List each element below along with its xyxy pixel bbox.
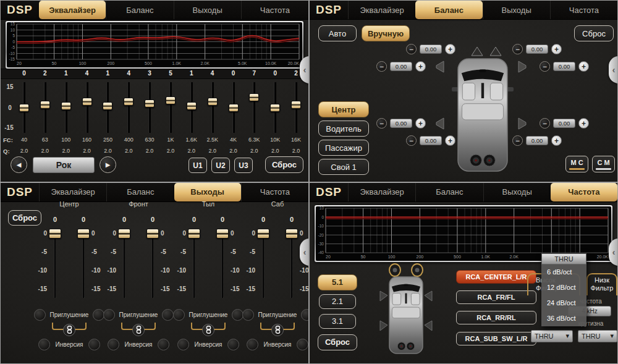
mode-5-1-button[interactable]: 5.1: [318, 274, 357, 290]
output-slider-thumb[interactable]: [77, 229, 90, 239]
prev-preset-button[interactable]: ◀: [11, 156, 27, 173]
output-slider-track[interactable]: [193, 232, 195, 298]
drawer-handle[interactable]: ‹: [300, 239, 309, 266]
band-slider-thumb[interactable]: [208, 98, 218, 106]
listening-pos-driver-button[interactable]: Водитель: [318, 121, 369, 137]
mode-3-1-button[interactable]: 3.1: [319, 314, 356, 329]
delay-value-field[interactable]: 0.00: [390, 119, 412, 128]
slope-option[interactable]: 12 dB/oct: [541, 280, 586, 295]
mute-toggle-left[interactable]: [173, 309, 185, 321]
slope-option[interactable]: 24 dB/oct: [541, 295, 586, 311]
delay-value-field[interactable]: 0.00: [420, 136, 442, 145]
preset-display[interactable]: Рок: [33, 157, 95, 173]
output-slider-track[interactable]: [262, 232, 265, 298]
output-slider-thumb[interactable]: [118, 229, 130, 239]
increase-button[interactable]: +: [551, 44, 562, 54]
user-preset-3-button[interactable]: U3: [234, 158, 253, 173]
tab-equalizer[interactable]: Эквалайзер: [39, 183, 106, 201]
manual-button[interactable]: Вручную: [362, 25, 410, 41]
decrease-button[interactable]: −: [406, 44, 417, 54]
drawer-handle[interactable]: ‹: [609, 239, 618, 266]
increase-button[interactable]: +: [445, 135, 455, 146]
band-slider-track[interactable]: [86, 82, 88, 133]
tab-balance[interactable]: Баланс: [106, 1, 173, 19]
decrease-button[interactable]: −: [406, 135, 417, 146]
slope-select-high[interactable]: THRU▾: [531, 330, 573, 342]
decrease-button[interactable]: −: [540, 61, 550, 72]
delay-value-field[interactable]: 0.00: [553, 119, 575, 128]
band-slider-thumb[interactable]: [61, 102, 71, 110]
decrease-button[interactable]: −: [376, 118, 387, 129]
band-slider-track[interactable]: [148, 82, 151, 133]
decrease-button[interactable]: −: [512, 44, 523, 54]
rca-front-button[interactable]: RCA_FR/FL: [456, 290, 536, 304]
user-preset-2-button[interactable]: U2: [211, 158, 230, 173]
low-pass-filter-tab[interactable]: НизкФильтр: [586, 273, 617, 295]
tab-outputs[interactable]: Выходы: [174, 1, 241, 19]
mute-toggle-left[interactable]: [103, 309, 115, 321]
band-slider-thumb[interactable]: [229, 104, 239, 112]
band-slider-track[interactable]: [127, 82, 130, 133]
rca-center-button[interactable]: RCA_CENTER_L/R: [456, 270, 536, 284]
increase-button[interactable]: +: [415, 118, 426, 129]
invert-toggle-right[interactable]: [227, 339, 239, 350]
eq-reset-button[interactable]: Сброс: [265, 156, 303, 173]
output-slider-thumb[interactable]: [146, 229, 159, 239]
band-slider-thumb[interactable]: [103, 102, 112, 110]
band-slider-thumb[interactable]: [270, 104, 280, 112]
delay-value-field[interactable]: 0.00: [526, 44, 548, 54]
delay-value-field[interactable]: 0.00: [390, 62, 412, 71]
cm-units-button[interactable]: C M: [592, 156, 615, 172]
ms-units-button[interactable]: M C: [565, 156, 588, 172]
band-slider-track[interactable]: [253, 82, 255, 133]
invert-toggle-left[interactable]: [38, 339, 50, 350]
user-preset-1-button[interactable]: U1: [188, 158, 207, 173]
increase-button[interactable]: +: [578, 118, 589, 129]
output-slider-track[interactable]: [290, 232, 293, 298]
output-slider-track[interactable]: [54, 232, 56, 298]
tab-frequency[interactable]: Частота: [550, 1, 617, 19]
next-preset-button[interactable]: ▶: [99, 156, 116, 173]
band-slider-thumb[interactable]: [82, 98, 92, 106]
decrease-button[interactable]: −: [512, 135, 523, 146]
decrease-button[interactable]: −: [376, 61, 387, 72]
band-slider-thumb[interactable]: [19, 104, 29, 112]
output-slider-thumb[interactable]: [49, 229, 61, 239]
mode-2-1-button[interactable]: 2.1: [319, 294, 356, 309]
output-slider-track[interactable]: [82, 232, 85, 298]
tab-balance[interactable]: Баланс: [106, 183, 174, 201]
invert-toggle-right[interactable]: [297, 339, 308, 350]
band-slider-thumb[interactable]: [166, 96, 176, 104]
delay-value-field[interactable]: 0.00: [553, 62, 575, 71]
auto-button[interactable]: Авто: [318, 25, 357, 41]
band-slider-thumb[interactable]: [291, 101, 301, 109]
band-slider-thumb[interactable]: [145, 99, 154, 108]
tab-frequency[interactable]: Частота: [241, 1, 308, 19]
invert-toggle-left[interactable]: [247, 339, 258, 350]
output-slider-thumb[interactable]: [216, 229, 229, 239]
tab-outputs[interactable]: Выходы: [174, 183, 241, 201]
invert-toggle-right[interactable]: [88, 339, 100, 350]
slope-select-low[interactable]: THRU▾: [578, 330, 617, 342]
slope-option[interactable]: 6 dB/oct: [541, 265, 586, 280]
tab-balance[interactable]: Баланс: [415, 183, 483, 201]
invert-toggle-left[interactable]: [108, 339, 119, 350]
output-slider-track[interactable]: [151, 232, 154, 298]
link-channels-toggle[interactable]: [271, 324, 284, 336]
tab-frequency[interactable]: Частота: [551, 183, 617, 201]
listening-pos-custom-button[interactable]: Свой 1: [318, 159, 369, 175]
invert-toggle-left[interactable]: [177, 339, 189, 350]
link-channels-toggle[interactable]: [132, 324, 145, 336]
mute-toggle-right[interactable]: [162, 309, 174, 321]
link-channels-toggle[interactable]: [202, 324, 214, 336]
drawer-handle[interactable]: ‹: [609, 56, 618, 83]
output-slider-thumb[interactable]: [188, 229, 200, 239]
output-slider-thumb[interactable]: [257, 229, 269, 239]
output-slider-track[interactable]: [123, 232, 125, 298]
increase-button[interactable]: +: [551, 135, 562, 146]
band-slider-track[interactable]: [211, 82, 214, 133]
tab-balance[interactable]: Баланс: [415, 1, 482, 19]
listening-pos-passenger-button[interactable]: Пассажир: [318, 140, 369, 156]
increase-button[interactable]: +: [578, 61, 589, 72]
output-slider-track[interactable]: [221, 232, 224, 298]
